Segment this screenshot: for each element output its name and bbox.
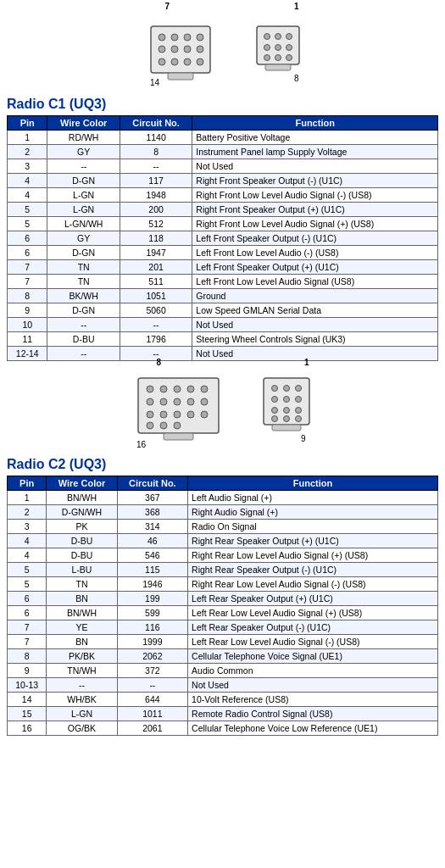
- table-cell: 368: [117, 505, 187, 520]
- c1-connector-right: 1 8: [248, 14, 308, 90]
- c2-col-function: Function: [188, 476, 438, 491]
- table-cell: 644: [117, 693, 187, 707]
- table-cell: Cellular Telephone Voice Signal (UE1): [188, 649, 438, 664]
- table-cell: BK/WH: [47, 289, 120, 303]
- svg-point-3: [184, 34, 191, 41]
- table-cell: Not Used: [192, 159, 438, 174]
- c2-col-circuit: Circuit No.: [117, 476, 187, 491]
- table-cell: --: [47, 678, 117, 693]
- table-cell: TN: [47, 260, 120, 275]
- table-cell: Right Front Speaker Output (+) (U1C): [192, 203, 438, 217]
- c2-connector-right: 1 9: [257, 370, 316, 450]
- table-cell: Right Rear Speaker Output (+) (U1C): [188, 534, 438, 548]
- c2-connector-images: 8: [7, 370, 438, 450]
- table-cell: 115: [117, 563, 187, 577]
- svg-point-54: [295, 397, 301, 403]
- svg-point-51: [295, 386, 301, 392]
- c1-section-title: Radio C1 (UQ3): [7, 97, 438, 112]
- table-cell: --: [120, 318, 192, 332]
- table-cell: 8: [8, 649, 47, 664]
- table-cell: 201: [120, 260, 192, 275]
- table-cell: 7: [8, 620, 47, 635]
- c1-col-function: Function: [192, 116, 438, 131]
- c1-label-1: 1: [294, 2, 299, 11]
- c2-connector-section: 8: [7, 370, 438, 736]
- table-cell: --: [47, 347, 120, 361]
- table-cell: D-BU: [47, 534, 117, 548]
- table-cell: D-GN: [47, 303, 120, 318]
- table-cell: Radio On Signal: [188, 520, 438, 534]
- table-cell: BN: [47, 592, 117, 606]
- c1-connector-left: 7 14: [138, 14, 223, 90]
- svg-text:9: 9: [301, 434, 306, 443]
- c2-col-wire: Wire Color: [47, 476, 117, 491]
- table-cell: GY: [47, 145, 120, 159]
- table-cell: Low Speed GMLAN Serial Data: [192, 303, 438, 318]
- svg-text:14: 14: [150, 78, 160, 87]
- c2-col-pin: Pin: [8, 476, 47, 491]
- table-cell: Steering Wheel Controls Signal (UK3): [192, 332, 438, 347]
- table-cell: 15: [8, 707, 47, 721]
- svg-point-10: [171, 58, 178, 65]
- c1-col-pin: Pin: [8, 116, 47, 131]
- table-cell: 4: [8, 548, 47, 563]
- svg-point-45: [174, 422, 181, 429]
- svg-point-32: [201, 386, 208, 392]
- svg-point-55: [271, 408, 277, 414]
- table-cell: Left Rear Speaker Output (+) (U1C): [188, 592, 438, 606]
- table-cell: D-BU: [47, 332, 120, 347]
- table-cell: 9: [8, 664, 47, 678]
- table-cell: 7: [8, 635, 47, 649]
- svg-text:8: 8: [294, 74, 299, 83]
- table-cell: 2: [8, 145, 47, 159]
- table-cell: 14: [8, 693, 47, 707]
- table-cell: 1946: [117, 577, 187, 592]
- table-cell: 46: [117, 534, 187, 548]
- svg-point-4: [197, 34, 203, 41]
- table-cell: Right Audio Signal (+): [188, 505, 438, 520]
- table-cell: 1140: [120, 131, 192, 145]
- table-cell: 2: [8, 505, 47, 520]
- svg-point-20: [275, 45, 281, 51]
- table-cell: PK/BK: [47, 649, 117, 664]
- table-cell: 6: [8, 606, 47, 620]
- table-cell: --: [47, 159, 120, 174]
- svg-point-36: [187, 398, 194, 405]
- table-cell: 10-Volt Reference (US8): [188, 693, 438, 707]
- svg-point-38: [147, 411, 153, 418]
- table-cell: Audio Common: [188, 664, 438, 678]
- table-cell: TN/WH: [47, 664, 117, 678]
- svg-rect-46: [164, 433, 193, 440]
- svg-point-19: [264, 45, 270, 51]
- table-cell: Ground: [192, 289, 438, 303]
- table-cell: 3: [8, 520, 47, 534]
- table-cell: 1796: [120, 332, 192, 347]
- table-cell: 7: [8, 275, 47, 289]
- table-cell: 5: [8, 217, 47, 231]
- table-cell: Left Front Low Level Audio (-) (US8): [192, 246, 438, 260]
- svg-point-12: [197, 58, 203, 65]
- svg-point-7: [184, 46, 191, 53]
- table-cell: 2062: [117, 649, 187, 664]
- table-cell: 1011: [117, 707, 187, 721]
- table-cell: --: [117, 678, 187, 693]
- svg-point-9: [159, 58, 165, 65]
- table-cell: 5: [8, 563, 47, 577]
- svg-point-11: [184, 58, 191, 65]
- table-cell: PK: [47, 520, 117, 534]
- svg-point-44: [160, 422, 167, 429]
- svg-point-49: [271, 386, 277, 392]
- table-cell: 199: [117, 592, 187, 606]
- table-cell: Right Rear Speaker Output (-) (U1C): [188, 563, 438, 577]
- svg-point-58: [271, 416, 277, 422]
- table-cell: 314: [117, 520, 187, 534]
- c2-label-1: 1: [304, 358, 309, 367]
- svg-point-34: [160, 398, 167, 405]
- table-cell: Left Front Speaker Output (-) (U1C): [192, 231, 438, 246]
- table-cell: 1999: [117, 635, 187, 649]
- table-cell: 1: [8, 131, 47, 145]
- table-cell: 116: [117, 620, 187, 635]
- table-cell: Right Rear Low Level Audio Signal (-) (U…: [188, 577, 438, 592]
- table-cell: 10-13: [8, 678, 47, 693]
- svg-point-24: [286, 55, 292, 61]
